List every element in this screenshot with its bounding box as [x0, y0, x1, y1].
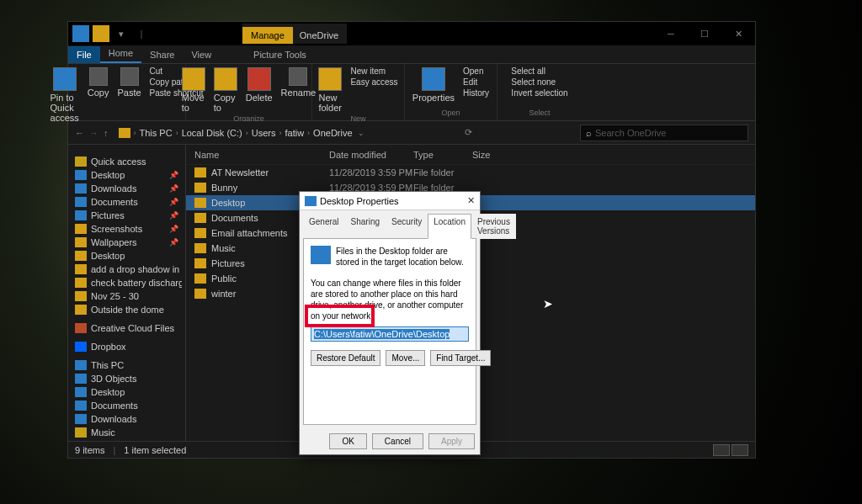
- folder-icon: [75, 278, 87, 288]
- col-size[interactable]: Size: [472, 150, 523, 160]
- sidebar-item-screenshots[interactable]: Screenshots📌: [72, 222, 182, 236]
- titlebar: ▾ | Manage OneDrive ─ ☐ ✕: [68, 22, 755, 45]
- edit-button[interactable]: Edit: [461, 77, 491, 88]
- star-icon: [75, 157, 87, 167]
- tab-previous-versions[interactable]: Previous Versions: [471, 214, 516, 239]
- downloads-icon: [75, 414, 87, 424]
- dialog-info-text: Files in the Desktop folder are stored i…: [336, 246, 469, 268]
- apply-button[interactable]: Apply: [428, 433, 475, 449]
- new-folder-button[interactable]: New folder: [317, 66, 343, 114]
- sidebar-item-desktop[interactable]: Desktop📌: [72, 168, 182, 182]
- dialog-title: Desktop Properties: [320, 196, 399, 206]
- copy-button[interactable]: Copy: [86, 66, 111, 99]
- file-row[interactable]: AT Newsletter11/28/2019 3:59 PMFile fold…: [186, 165, 755, 180]
- tab-general[interactable]: General: [303, 214, 345, 239]
- sidebar-item-outside[interactable]: Outside the dome: [72, 303, 182, 316]
- sidebar-item-pictures[interactable]: Pictures📌: [72, 209, 182, 222]
- col-type[interactable]: Type: [413, 150, 472, 160]
- folder-icon: [194, 243, 206, 253]
- sidebar-item-wallpapers[interactable]: Wallpapers📌: [72, 236, 182, 249]
- qa-folder-icon[interactable]: [93, 25, 109, 42]
- sidebar-item-music[interactable]: Music: [72, 426, 182, 439]
- location-path-input[interactable]: C:\Users\fatiw\OneDrive\Desktop: [311, 326, 469, 342]
- nav-forward-button[interactable]: →: [89, 128, 98, 138]
- column-headers[interactable]: Name Date modified Type Size: [186, 145, 755, 165]
- properties-button[interactable]: Properties: [411, 66, 456, 104]
- downloads-icon: [75, 183, 87, 194]
- sidebar-item-desktop2[interactable]: Desktop: [72, 249, 182, 263]
- folder-icon: [119, 128, 130, 138]
- select-none-button[interactable]: Select none: [509, 77, 557, 88]
- copyto-icon: [214, 67, 237, 91]
- tab-sharing[interactable]: Sharing: [345, 214, 386, 239]
- sidebar-item-documents[interactable]: Documents📌: [72, 195, 182, 209]
- sidebar-item-battery[interactable]: check battery discharge rat: [72, 276, 182, 289]
- sidebar-item-documents2[interactable]: Documents: [72, 399, 182, 412]
- ribbon-tab-manage[interactable]: Manage: [242, 27, 293, 44]
- cancel-button[interactable]: Cancel: [372, 433, 423, 449]
- sidebar-item-downloads[interactable]: Downloads📌: [72, 182, 182, 195]
- restore-default-button[interactable]: Restore Default: [311, 350, 380, 366]
- view-thumbnails-button[interactable]: [732, 444, 748, 456]
- tab-share[interactable]: Share: [141, 46, 183, 63]
- ok-button[interactable]: OK: [329, 433, 366, 449]
- sidebar-item-thispc[interactable]: This PC: [72, 358, 182, 372]
- nav-back-button[interactable]: ←: [75, 128, 84, 138]
- breadcrumb-path[interactable]: › This PC› Local Disk (C:)› Users› fatiw…: [119, 128, 353, 138]
- paste-button[interactable]: Paste: [115, 66, 142, 99]
- navigation-pane[interactable]: Quick access Desktop📌 Downloads📌 Documen…: [68, 145, 186, 441]
- breadcrumb-dropdown[interactable]: ⌄: [358, 129, 364, 137]
- tab-home[interactable]: Home: [100, 45, 141, 63]
- close-button[interactable]: ✕: [721, 22, 755, 45]
- sidebar-item-desktop3[interactable]: Desktop: [72, 385, 182, 399]
- dialog-close-button[interactable]: ✕: [467, 195, 475, 206]
- delete-button[interactable]: Delete: [244, 66, 274, 104]
- tab-location[interactable]: Location: [428, 214, 471, 239]
- dialog-titlebar[interactable]: Desktop Properties ✕: [300, 192, 480, 210]
- sidebar-item-addshadow[interactable]: add a drop shadow in Pain: [72, 263, 182, 276]
- minimize-button[interactable]: ─: [654, 22, 688, 45]
- tab-view[interactable]: View: [183, 46, 220, 63]
- dialog-footer: OK Cancel Apply: [300, 428, 480, 454]
- select-all-button[interactable]: Select all: [509, 66, 547, 77]
- folder-icon: [194, 273, 206, 284]
- sidebar-item-downloads2[interactable]: Downloads: [72, 412, 182, 426]
- sidebar-item-nov[interactable]: Nov 25 - 30: [72, 289, 182, 303]
- maximize-button[interactable]: ☐: [688, 22, 721, 45]
- folder-icon: [194, 228, 206, 238]
- sidebar-item-quick-access[interactable]: Quick access: [72, 155, 182, 168]
- delete-icon: [247, 67, 271, 91]
- folder-icon: [194, 213, 206, 223]
- new-item-button[interactable]: New item: [349, 66, 399, 77]
- tab-security[interactable]: Security: [386, 214, 428, 239]
- move-button[interactable]: Move...: [386, 350, 425, 366]
- tab-file[interactable]: File: [68, 46, 100, 63]
- view-details-button[interactable]: [713, 444, 730, 456]
- paste-icon: [120, 67, 139, 86]
- sidebar-item-dropbox[interactable]: Dropbox: [72, 340, 182, 353]
- window-icon: [72, 25, 89, 42]
- easy-access-button[interactable]: Easy access: [349, 77, 399, 88]
- col-date[interactable]: Date modified: [329, 150, 413, 160]
- col-name[interactable]: Name: [194, 150, 329, 160]
- qa-down-icon[interactable]: ▾: [113, 25, 130, 42]
- copy-to-button[interactable]: Copy to: [212, 66, 239, 114]
- search-input[interactable]: ⌕ Search OneDrive: [580, 125, 748, 141]
- sidebar-item-3dobjects[interactable]: 3D Objects: [72, 372, 182, 385]
- sidebar-item-ccf[interactable]: Creative Cloud Files: [72, 321, 182, 335]
- pin-to-quick-access-button[interactable]: Pin to Quick access: [49, 66, 81, 125]
- move-to-button[interactable]: Move to: [180, 66, 207, 114]
- refresh-button[interactable]: ⟳: [465, 127, 472, 138]
- newfolder-icon: [318, 67, 342, 91]
- open-button[interactable]: Open: [461, 66, 491, 77]
- history-button[interactable]: History: [461, 88, 491, 98]
- dialog-body: Files in the Desktop folder are stored i…: [303, 238, 476, 425]
- properties-icon: [422, 67, 445, 91]
- find-target-button[interactable]: Find Target...: [430, 350, 491, 366]
- invert-selection-button[interactable]: Invert selection: [509, 88, 569, 98]
- tab-picture-tools[interactable]: Picture Tools: [245, 46, 315, 63]
- moveto-icon: [182, 67, 205, 91]
- folder-icon: [194, 198, 206, 208]
- ribbon: Pin to Quick access Copy Paste Cut Copy …: [68, 64, 755, 121]
- nav-up-button[interactable]: ↑: [104, 128, 109, 138]
